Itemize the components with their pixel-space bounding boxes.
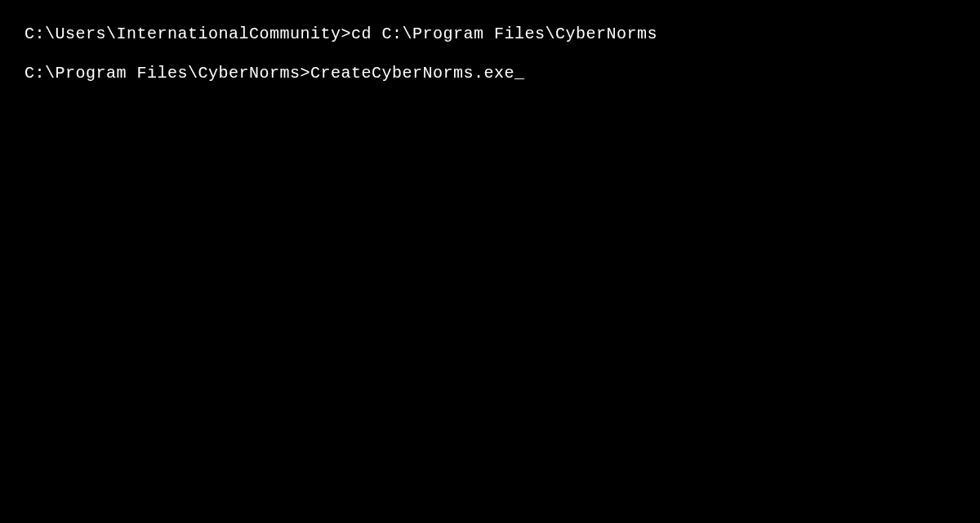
prompt: C:\Program Files\CyberNorms> — [24, 64, 310, 83]
terminal-line: C:\Users\InternationalCommunity>cd C:\Pr… — [24, 23, 956, 46]
command-text: cd C:\Program Files\CyberNorms — [351, 25, 657, 43]
terminal-line: C:\Program Files\CyberNorms>CreateCyberN… — [24, 62, 956, 85]
cursor-icon: _ — [514, 64, 525, 83]
terminal-output[interactable]: C:\Users\InternationalCommunity>cd C:\Pr… — [24, 23, 956, 85]
prompt: C:\Users\InternationalCommunity> — [24, 25, 351, 43]
command-text: CreateCyberNorms.exe — [310, 64, 514, 83]
